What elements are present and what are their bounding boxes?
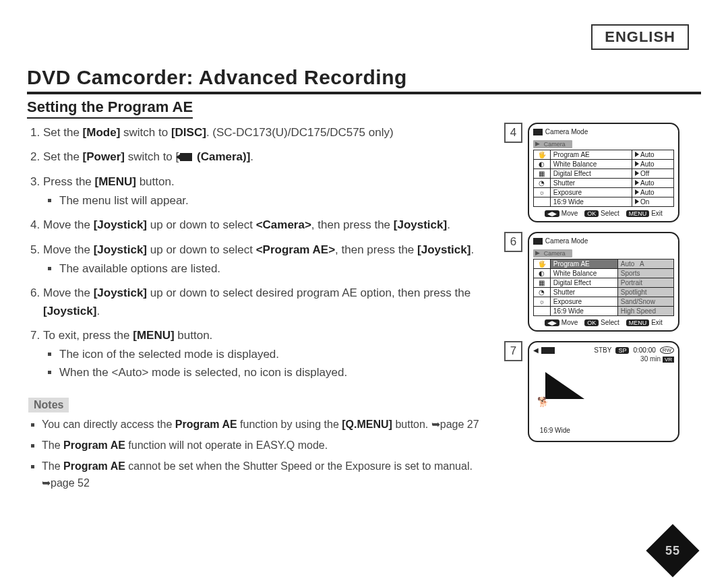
step-5-sub-1: The available options are listed. [59, 260, 485, 278]
table-row: 🖐Program AEAuto [533, 150, 673, 160]
table-row: 16:9 WideHigh Speed [533, 307, 673, 316]
remaining-line: 30 min VR [533, 355, 674, 363]
step-list: Set the [Mode] switch to [DISC]. (SC-DC1… [27, 124, 485, 381]
note-1: You can directly access the Program AE f… [42, 417, 485, 433]
screenshot-4-tab: Camera [533, 140, 572, 148]
step-7-sub: The icon of the selected mode is display… [43, 346, 485, 381]
page-title: DVD Camcorder: Advanced Recording [27, 66, 701, 89]
step-6: Move the [Joystick] up or down to select… [43, 284, 485, 320]
screenshot-6-group: 6 Camera Mode Camera 🖐Program AEAuto A ◐… [504, 232, 679, 332]
note-3: The Program AE cannot be set when the Sh… [42, 458, 485, 492]
step-2: Set the [Power] switch to [ (Camera)]. [43, 148, 485, 166]
screenshot-6-title: Camera Mode [533, 237, 674, 245]
screenshot-4-menu: 🖐Program AEAuto ◐White BalanceAuto ▦Digi… [533, 150, 674, 207]
instruction-column: Set the [Mode] switch to [DISC]. (SC-DC1… [27, 123, 485, 495]
wide-label: 16:9 Wide [540, 427, 570, 434]
screenshot-4-number: 4 [504, 123, 522, 143]
sp-badge: SP [615, 347, 629, 354]
screenshot-4: Camera Mode Camera 🖐Program AEAuto ◐Whit… [528, 123, 679, 222]
section-subheading: Setting the Program AE [27, 98, 193, 119]
preview-triangle-icon [545, 372, 584, 399]
step-3: Press the [MENU] button. The menu list w… [43, 173, 485, 210]
page-number: 55 [665, 544, 680, 558]
animal-icon: 🐕 [537, 396, 549, 407]
screenshot-4-group: 4 Camera Mode Camera 🖐Program AEAuto ◐Wh… [504, 123, 679, 222]
screenshot-6: Camera Mode Camera 🖐Program AEAuto A ◐Wh… [528, 232, 679, 332]
step-3-sub: The menu list will appear. [43, 192, 485, 210]
screenshot-6-tab: Camera [533, 249, 572, 257]
table-row: ▦Digital EffectOff [533, 169, 673, 179]
rec-indicator: ◀ [533, 346, 555, 354]
page-number-diamond: 55 [646, 524, 699, 577]
title-underline [27, 92, 701, 94]
table-row: ▦Digital EffectPortrait [533, 278, 673, 288]
language-box: ENGLISH [591, 24, 689, 50]
time-label: 0:00:00 [633, 346, 655, 354]
note-2: The Program AE function will not operate… [42, 437, 485, 454]
camera-mode-icon [533, 238, 543, 245]
content-columns: Set the [Mode] switch to [DISC]. (SC-DC1… [27, 123, 701, 495]
table-row: 16:9 WideOn [533, 197, 673, 207]
screenshot-6-footer: ◀▶ Move OK Select MENU Exit [533, 319, 674, 326]
rw-icon: RW [660, 346, 674, 354]
screenshot-6-number: 6 [504, 232, 522, 252]
table-row: ◐White BalanceAuto [533, 160, 673, 169]
step-7-sub-1: The icon of the selected mode is display… [59, 346, 485, 363]
notes-list: You can directly access the Program AE f… [27, 417, 485, 491]
screenshot-7-topline: ◀ STBY SP 0:00:00 RW [533, 346, 674, 354]
step-3-sub-1: The menu list will appear. [59, 192, 485, 210]
stby-label: STBY [594, 346, 611, 354]
table-row: ◔ShutterSpotlight [533, 288, 673, 297]
step-5-sub: The available options are listed. [43, 260, 485, 278]
vr-badge: VR [663, 357, 674, 363]
screenshot-4-title: Camera Mode [533, 128, 674, 135]
step-7: To exit, press the [MENU] button. The ic… [43, 327, 485, 381]
table-row: ☼ExposureSand/Snow [533, 297, 673, 307]
table-row: ◐White BalanceSports [533, 269, 673, 278]
table-row: ◔ShutterAuto [533, 179, 673, 188]
step-5: Move the [Joystick] up or down to select… [43, 241, 485, 278]
step-1: Set the [Mode] switch to [DISC]. (SC-DC1… [43, 124, 485, 142]
table-row: ☼ExposureAuto [533, 188, 673, 197]
step-4: Move the [Joystick] up or down to select… [43, 216, 485, 234]
screenshot-7-group: 7 ◀ STBY SP 0:00:00 RW 30 min VR [504, 341, 679, 442]
manual-page: ENGLISH DVD Camcorder: Advanced Recordin… [0, 0, 728, 583]
min-label: 30 min [640, 355, 661, 363]
screenshot-column: 4 Camera Mode Camera 🖐Program AEAuto ◐Wh… [504, 123, 679, 495]
screenshot-7-number: 7 [504, 341, 522, 361]
notes-label: Notes [28, 398, 69, 412]
table-row: 🖐Program AEAuto A [533, 259, 673, 269]
screenshot-6-menu: 🖐Program AEAuto A ◐White BalanceSports ▦… [533, 259, 674, 316]
camera-mode-icon [533, 129, 543, 135]
screenshot-4-footer: ◀▶ Move OK Select MENU Exit [533, 210, 674, 217]
step-7-sub-2: When the <Auto> mode is selected, no ico… [59, 364, 485, 381]
screenshot-7: ◀ STBY SP 0:00:00 RW 30 min VR 🐕 [528, 341, 679, 442]
camera-icon [180, 153, 192, 161]
